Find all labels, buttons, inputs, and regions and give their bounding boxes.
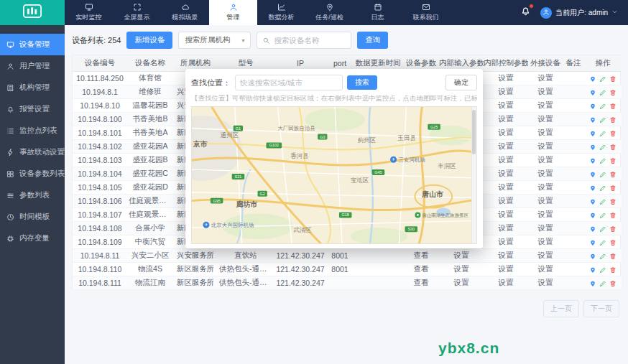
- cell-ext[interactable]: 设置: [528, 207, 563, 221]
- edit-icon[interactable]: [599, 144, 606, 151]
- edit-icon[interactable]: [599, 171, 606, 178]
- add-device-button[interactable]: 新增设备: [126, 32, 172, 49]
- notifications-bell[interactable]: [520, 6, 531, 19]
- location-icon[interactable]: [589, 198, 596, 205]
- delete-icon[interactable]: [609, 185, 617, 192]
- nav-item-6[interactable]: 日志: [354, 0, 402, 25]
- delete-icon[interactable]: [609, 75, 617, 83]
- cell-ext[interactable]: 设置: [528, 180, 563, 194]
- cell-param[interactable]: 查看: [403, 248, 439, 262]
- cell-ctrl[interactable]: 设置: [484, 167, 528, 180]
- delete-icon[interactable]: [609, 280, 617, 287]
- delete-icon[interactable]: [609, 212, 617, 219]
- cell-ext[interactable]: 设置: [528, 153, 563, 167]
- cell-ext[interactable]: 设置: [528, 112, 563, 126]
- edit-icon[interactable]: [599, 198, 606, 205]
- cell-ext[interactable]: 设置: [528, 85, 563, 98]
- location-icon[interactable]: [589, 89, 596, 96]
- sidebar-item-0[interactable]: 设备管理: [0, 34, 65, 55]
- location-icon[interactable]: [589, 130, 596, 137]
- location-icon[interactable]: [589, 266, 596, 274]
- sidebar-item-1[interactable]: 用户管理: [0, 55, 65, 77]
- cell-input[interactable]: 设置: [439, 276, 484, 289]
- edit-icon[interactable]: [599, 103, 606, 110]
- location-icon[interactable]: [589, 144, 596, 151]
- cell-ctrl[interactable]: 设置: [484, 180, 528, 194]
- edit-icon[interactable]: [599, 130, 606, 137]
- cell-ctrl[interactable]: 设置: [484, 85, 528, 98]
- map-scrollbar[interactable]: [471, 107, 476, 243]
- cell-ext[interactable]: 设置: [528, 98, 563, 112]
- nav-item-0[interactable]: 实时监控: [65, 0, 113, 25]
- delete-icon[interactable]: [609, 266, 617, 274]
- cell-ext[interactable]: 设置: [528, 126, 563, 139]
- cell-ctrl[interactable]: 设置: [484, 248, 528, 262]
- prev-page-button[interactable]: 上一页: [543, 300, 579, 317]
- next-page-button[interactable]: 下一页: [583, 300, 619, 317]
- cell-ext[interactable]: 设置: [528, 276, 563, 289]
- location-icon[interactable]: [589, 103, 596, 110]
- edit-icon[interactable]: [599, 225, 606, 233]
- cell-ext[interactable]: 设置: [528, 262, 563, 276]
- location-icon[interactable]: [589, 225, 596, 233]
- cell-input[interactable]: 设置: [439, 262, 484, 276]
- cell-ext[interactable]: 设置: [528, 194, 563, 207]
- sidebar-item-7[interactable]: 参数列表: [0, 185, 65, 206]
- app-logo[interactable]: [0, 0, 65, 25]
- cell-ctrl[interactable]: 设置: [484, 112, 528, 126]
- cell-input[interactable]: 设置: [439, 248, 484, 262]
- cell-param[interactable]: 查看: [403, 262, 439, 276]
- delete-icon[interactable]: [609, 171, 617, 178]
- cell-ctrl[interactable]: 设置: [484, 153, 528, 167]
- sidebar-item-4[interactable]: 监控点列表: [0, 120, 65, 141]
- current-user-menu[interactable]: 当前用户: admin: [540, 7, 618, 19]
- sidebar-item-6[interactable]: 设备参数列表IO: [0, 163, 65, 185]
- delete-icon[interactable]: [609, 103, 617, 110]
- nav-item-5[interactable]: 任务/巡检: [305, 0, 354, 25]
- map-scrollbar-thumb[interactable]: [472, 110, 476, 154]
- edit-icon[interactable]: [599, 75, 606, 83]
- confirm-button[interactable]: 确定: [445, 75, 477, 90]
- cell-ext[interactable]: 设置: [528, 248, 563, 262]
- map-search-button[interactable]: 搜索: [347, 75, 377, 90]
- delete-icon[interactable]: [609, 116, 617, 123]
- edit-icon[interactable]: [599, 280, 606, 287]
- query-button[interactable]: 查询: [357, 32, 388, 49]
- nav-item-4[interactable]: 数据分析: [257, 0, 305, 25]
- cell-ext[interactable]: 设置: [528, 167, 563, 180]
- nav-item-2[interactable]: 模拟场景: [161, 0, 209, 25]
- cell-param[interactable]: 查看: [403, 276, 439, 289]
- sidebar-item-3[interactable]: 报警设置: [0, 98, 65, 120]
- delete-icon[interactable]: [609, 198, 617, 205]
- edit-icon[interactable]: [599, 89, 606, 96]
- cell-ctrl[interactable]: 设置: [484, 207, 528, 221]
- delete-icon[interactable]: [609, 239, 617, 246]
- delete-icon[interactable]: [609, 253, 617, 260]
- delete-icon[interactable]: [609, 144, 617, 151]
- device-search-input[interactable]: [274, 36, 346, 45]
- cell-ext[interactable]: 设置: [528, 71, 563, 85]
- org-filter-select[interactable]: 搜索所属机构 ▾: [178, 32, 251, 49]
- edit-icon[interactable]: [599, 116, 606, 123]
- sidebar-item-9[interactable]: 内存变量: [0, 228, 65, 249]
- location-search-input[interactable]: [235, 75, 343, 90]
- location-icon[interactable]: [589, 171, 596, 178]
- edit-icon[interactable]: [599, 157, 606, 164]
- location-icon[interactable]: [589, 253, 596, 260]
- location-icon[interactable]: [589, 157, 596, 164]
- edit-icon[interactable]: [599, 253, 606, 260]
- delete-icon[interactable]: [609, 225, 617, 233]
- cell-ctrl[interactable]: 设置: [484, 235, 528, 248]
- cell-ctrl[interactable]: 设置: [484, 194, 528, 207]
- edit-icon[interactable]: [599, 212, 606, 219]
- cell-ctrl[interactable]: 设置: [484, 71, 528, 85]
- cell-ctrl[interactable]: 设置: [484, 262, 528, 276]
- delete-icon[interactable]: [609, 130, 617, 137]
- cell-ext[interactable]: 设置: [528, 235, 563, 248]
- cell-ext[interactable]: 设置: [528, 221, 563, 235]
- cell-ext[interactable]: 设置: [528, 139, 563, 153]
- device-search-box[interactable]: [257, 32, 351, 49]
- nav-item-7[interactable]: 联系我们: [402, 0, 450, 25]
- location-icon[interactable]: [589, 280, 596, 287]
- cell-ctrl[interactable]: 设置: [484, 126, 528, 139]
